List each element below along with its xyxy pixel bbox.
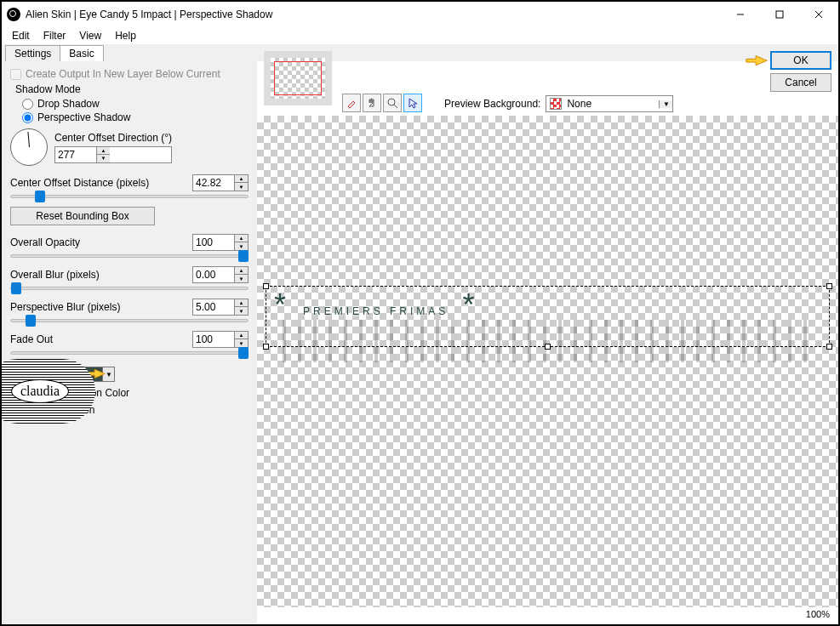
app-icon <box>7 8 20 21</box>
center-offset-dir-label: Center Offset Direction (°) <box>54 132 172 144</box>
overall-opacity-label: Overall Opacity <box>10 236 80 248</box>
overall-opacity-input[interactable] <box>193 236 234 249</box>
resize-handle[interactable] <box>263 344 269 350</box>
preview-bg-combo[interactable]: None ▼ <box>546 95 673 112</box>
spin-up[interactable]: ▲ <box>97 147 110 155</box>
perspective-blur-spinner[interactable]: ▲▼ <box>192 299 249 316</box>
zoom-tool-icon[interactable] <box>383 94 402 112</box>
close-button[interactable] <box>799 2 838 27</box>
fade-out-slider[interactable] <box>10 351 249 355</box>
overall-blur-input[interactable] <box>193 268 234 282</box>
center-offset-dir-spinner[interactable]: ▲▼ <box>54 146 172 163</box>
fade-out-spinner[interactable]: ▲▼ <box>192 331 249 348</box>
perspective-shadow-radio[interactable] <box>22 112 33 123</box>
navigator-thumbnail[interactable] <box>264 51 332 105</box>
transparency-icon <box>550 98 562 110</box>
reset-bounding-box-button[interactable]: Reset Bounding Box <box>10 207 155 225</box>
menu-filter[interactable]: Filter <box>37 28 73 43</box>
overall-blur-label: Overall Blur (pixels) <box>10 269 100 281</box>
perspective-blur-label: Perspective Blur (pixels) <box>10 301 120 313</box>
overall-blur-spinner[interactable]: ▲▼ <box>192 266 249 283</box>
resize-handle[interactable] <box>263 283 269 289</box>
drop-shadow-radio[interactable] <box>22 99 33 110</box>
svg-line-5 <box>394 105 397 108</box>
preview-canvas[interactable]: * PREMIERS FRIMAS * <box>257 116 838 607</box>
shadow-mode-label: Shadow Mode <box>15 83 249 95</box>
window-title: Alien Skin | Eye Candy 5 Impact | Perspe… <box>26 9 721 20</box>
preview-bg-value: None <box>565 98 659 110</box>
center-offset-dist-slider[interactable] <box>10 195 249 198</box>
ok-button[interactable]: OK <box>770 51 831 70</box>
overall-opacity-spinner[interactable]: ▲▼ <box>192 234 249 251</box>
create-output-label: Create Output In New Layer Below Current <box>26 68 220 80</box>
eyedropper-tool-icon[interactable] <box>342 94 361 112</box>
center-offset-dir-input[interactable] <box>55 148 96 162</box>
resize-handle[interactable] <box>545 344 551 350</box>
tab-row: Settings Basic <box>2 44 838 61</box>
center-offset-dist-spinner[interactable]: ▲▼ <box>192 174 249 191</box>
menubar: Edit Filter View Help <box>2 27 838 44</box>
fade-out-input[interactable] <box>193 333 234 346</box>
cancel-button[interactable]: Cancel <box>770 73 831 92</box>
arrow-tool-icon[interactable] <box>403 94 422 112</box>
preview-area: Preview Background: None ▼ OK Cancel * P… <box>257 61 838 624</box>
create-output-checkbox <box>10 69 21 80</box>
perspective-blur-slider[interactable] <box>10 319 249 322</box>
preview-bg-label: Preview Background: <box>444 98 540 110</box>
chevron-down-icon: ▼ <box>659 100 672 108</box>
perspective-blur-input[interactable] <box>193 300 234 314</box>
fade-out-label: Fade Out <box>10 333 53 345</box>
zoom-status: 100% <box>806 609 830 624</box>
settings-panel: Create Output In New Layer Below Current… <box>2 61 257 624</box>
svg-point-4 <box>388 99 395 105</box>
tab-settings[interactable]: Settings <box>5 45 60 61</box>
hand-tool-icon[interactable] <box>363 94 381 112</box>
center-offset-dist-label: Center Offset Distance (pixels) <box>10 177 149 189</box>
preview-toolbar <box>342 94 422 112</box>
perspective-shadow-label: Perspective Shadow <box>37 111 130 123</box>
menu-edit[interactable]: Edit <box>5 28 37 43</box>
center-offset-dist-input[interactable] <box>193 176 234 190</box>
overall-blur-slider[interactable] <box>10 287 249 290</box>
minimize-button[interactable] <box>721 2 760 27</box>
resize-handle[interactable] <box>826 283 832 289</box>
shadow-color-dropdown[interactable]: ▼ <box>103 367 115 382</box>
titlebar: Alien Skin | Eye Candy 5 Impact | Perspe… <box>2 2 838 27</box>
menu-view[interactable]: View <box>72 28 108 43</box>
tab-basic[interactable]: Basic <box>60 45 103 61</box>
maximize-button[interactable] <box>760 2 799 27</box>
menu-help[interactable]: Help <box>108 28 143 43</box>
drop-shadow-label: Drop Shadow <box>37 98 100 110</box>
direction-dial[interactable] <box>10 128 48 166</box>
resize-handle[interactable] <box>826 344 832 350</box>
svg-rect-1 <box>776 11 783 18</box>
create-output-checkbox-row: Create Output In New Layer Below Current <box>10 68 249 80</box>
overall-opacity-slider[interactable] <box>10 254 249 258</box>
watermark-badge: claudia <box>0 359 95 424</box>
watermark-text: claudia <box>11 379 69 403</box>
spin-down[interactable]: ▼ <box>97 155 110 162</box>
selection-bounding-box[interactable] <box>266 286 830 347</box>
